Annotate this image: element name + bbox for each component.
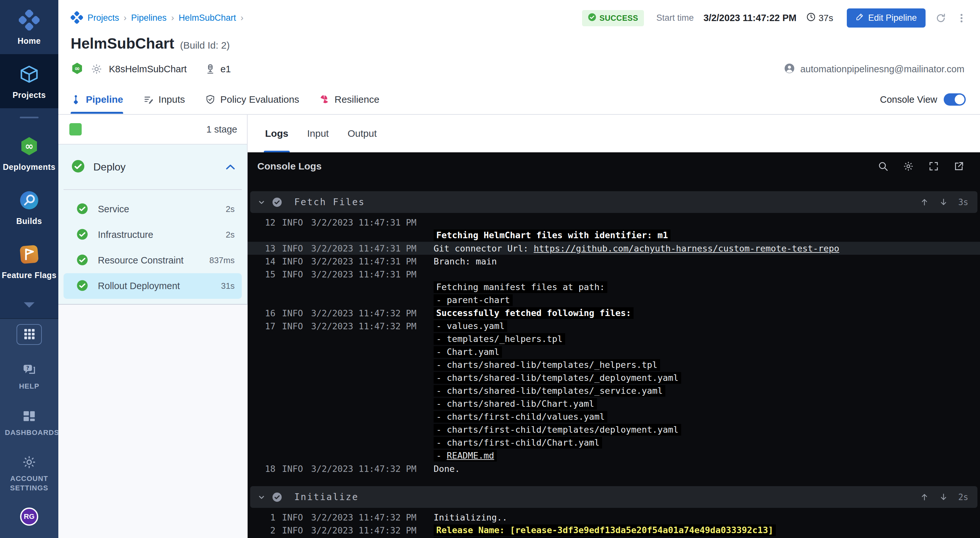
sidebar-util-help[interactable]: ?HELP — [5, 362, 54, 391]
log-section-header-initialize[interactable]: Initialize 2s — [250, 486, 977, 508]
log-message: - charts/shared-lib/templates/_service.y… — [434, 385, 665, 397]
log-message: - charts/shared-lib/Chart.yaml — [434, 398, 597, 410]
log-level: INFO — [282, 308, 303, 318]
tab-inputs[interactable]: Inputs — [143, 85, 185, 114]
breadcrumb-link-projects[interactable]: Projects — [88, 13, 119, 23]
resilience-icon — [319, 94, 329, 105]
stage-group-deploy[interactable]: Deploy — [58, 145, 247, 189]
log-line: - charts/first-child/templates/deploymen… — [248, 423, 980, 436]
module-grid-icon — [23, 327, 36, 342]
log-line: - charts/shared-lib/templates/_helpers.t… — [248, 358, 980, 371]
log-line: 16 INFO 3/2/2023 11:47:32 PM Successfull… — [248, 307, 980, 320]
log-tab-output[interactable]: Output — [347, 115, 377, 152]
log-message: Successfully fetched following files: — [434, 307, 633, 319]
log-message: Fetching manifest files at path: — [434, 281, 607, 293]
run-meta: SUCCESS Start time 3/2/2023 11:47:22 PM … — [582, 8, 967, 27]
scroll-down-icon[interactable] — [939, 493, 948, 501]
log-message: Release Name: [release-3df3e9edf13da5e20… — [434, 524, 776, 536]
chevron-down-icon[interactable] — [257, 492, 266, 502]
gear-icon[interactable] — [903, 161, 914, 172]
console-view-toggle[interactable] — [944, 93, 966, 106]
sidebar-util-dashboards[interactable]: DASHBOARDS — [5, 409, 54, 438]
log-level: INFO — [282, 321, 303, 331]
step-resource-constraint[interactable]: Resource Constraint 837ms — [64, 248, 242, 273]
chevron-up-icon[interactable] — [226, 164, 235, 170]
step-name: Resource Constraint — [98, 255, 183, 266]
log-line: - README.md — [248, 449, 980, 462]
sidebar-item-feature-flags[interactable]: Feature Flags — [0, 234, 58, 288]
scroll-up-icon[interactable] — [920, 493, 929, 501]
trigger-user: automationpipelinesng@mailinator.com — [784, 63, 964, 75]
sidebar-util-label: ACCOUNT SETTINGS — [5, 474, 54, 493]
log-section-header-fetch-files[interactable]: Fetch Files 3s — [250, 191, 977, 213]
log-level: INFO — [282, 218, 303, 228]
start-time-value: 3/2/2023 11:47:22 PM — [703, 13, 797, 23]
breadcrumb-link-helmsubchart[interactable]: HelmSubChart — [178, 13, 236, 23]
service-gear-icon — [91, 63, 102, 75]
log-tab-logs[interactable]: Logs — [265, 115, 288, 152]
policy-shield-icon — [205, 94, 215, 105]
sidebar-item-label: Projects — [13, 91, 46, 100]
log-section-title: Fetch Files — [294, 197, 365, 207]
scroll-up-icon[interactable] — [920, 198, 929, 207]
log-line: - charts/shared-lib/templates/_deploymen… — [248, 371, 980, 384]
check-circle-icon — [71, 159, 85, 174]
stage-count: 1 stage — [207, 124, 237, 135]
tab-policy-evaluations[interactable]: Policy Evaluations — [205, 85, 299, 114]
console-header: Console Logs — [248, 152, 980, 180]
step-infrastructure[interactable]: Infrastructure 2s — [64, 222, 242, 248]
step-name: Infrastructure — [98, 229, 153, 240]
sidebar-item-home[interactable]: Home — [0, 0, 58, 54]
tab-pipeline[interactable]: Pipeline — [71, 85, 123, 114]
breadcrumb-logo-icon — [71, 11, 83, 25]
service-info-row: ∞ K8sHelmSubChart e1 automationpipelines… — [58, 62, 980, 76]
pipeline-icon — [71, 94, 81, 105]
main-tabs: Pipeline Inputs Policy Evaluations Resil… — [71, 85, 399, 114]
log-line: Fetching HelmChart files with identifier… — [248, 229, 980, 242]
sidebar-item-label: Home — [18, 36, 40, 46]
section-check-icon — [272, 197, 283, 208]
pipeline-duration: 37s — [819, 13, 833, 23]
log-link[interactable]: README.md — [447, 450, 494, 460]
log-message: Branch: main — [434, 256, 497, 266]
step-service[interactable]: Service 2s — [64, 196, 242, 222]
nav-utilities: ?HELP DASHBOARDS ACCOUNT SETTINGS — [5, 345, 54, 493]
open-external-icon[interactable] — [953, 161, 964, 172]
user-avatar[interactable]: RG — [20, 508, 38, 526]
log-message: - charts/shared-lib/templates/_deploymen… — [434, 372, 681, 384]
log-line: - parent-chart — [248, 294, 980, 307]
sidebar-item-builds[interactable]: Builds — [0, 180, 58, 234]
tab-label: Resilience — [334, 94, 379, 105]
log-message: - charts/first-child/values.yaml — [434, 411, 607, 423]
search-icon[interactable] — [878, 161, 889, 172]
edit-pipeline-button[interactable]: Edit Pipeline — [847, 8, 926, 27]
kebab-menu-icon[interactable] — [956, 13, 967, 24]
status-badge: SUCCESS — [582, 10, 644, 26]
module-grid-button[interactable] — [16, 324, 42, 345]
console-title: Console Logs — [257, 161, 321, 172]
sidebar-item-deployments[interactable]: ∞Deployments — [0, 126, 58, 180]
sidebar-item-label: Deployments — [3, 162, 56, 172]
log-line-number: 15 — [259, 269, 275, 279]
step-rollout-deployment[interactable]: Rollout Deployment 31s — [64, 273, 242, 299]
log-line-number: 17 — [259, 321, 275, 331]
log-tab-input[interactable]: Input — [307, 115, 329, 152]
fullscreen-icon[interactable] — [928, 161, 939, 172]
sidebar-item-projects[interactable]: Projects — [0, 54, 58, 108]
breadcrumb-link-pipelines[interactable]: Pipelines — [131, 13, 167, 23]
scroll-down-icon[interactable] — [939, 198, 948, 207]
log-timestamp: 3/2/2023 11:47:32 PM — [311, 464, 417, 474]
refresh-icon[interactable] — [935, 13, 946, 24]
step-duration: 2s — [226, 230, 235, 240]
log-link[interactable]: https://github.com/achyuth-harness/custo… — [534, 244, 839, 253]
chevron-down-icon[interactable] — [257, 197, 266, 207]
step-list: Service 2s Infrastructure 2s Resource Co… — [58, 190, 247, 299]
sidebar-util-account-settings[interactable]: ACCOUNT SETTINGS — [5, 455, 54, 493]
log-tabs: LogsInputOutput — [248, 115, 980, 152]
collapse-chevron-icon[interactable] — [22, 301, 36, 310]
log-line: Fetching manifest files at path: — [248, 281, 980, 294]
log-timestamp: 3/2/2023 11:47:32 PM — [311, 308, 417, 318]
tab-resilience[interactable]: Resilience — [319, 85, 379, 114]
log-message: - charts/shared-lib/templates/_helpers.t… — [434, 359, 660, 371]
section-controls: 3s — [920, 197, 968, 207]
